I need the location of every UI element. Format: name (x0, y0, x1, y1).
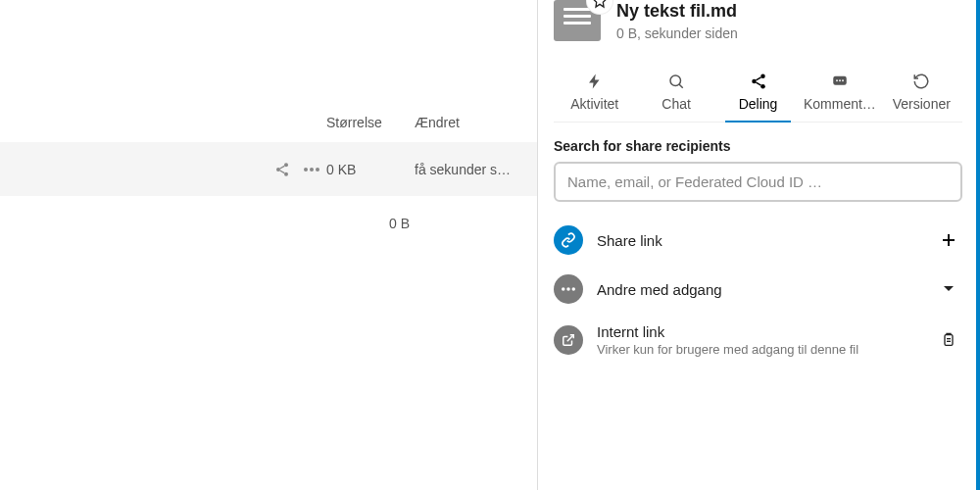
file-title: Ny tekst fil.md (616, 1, 962, 22)
svg-point-20 (572, 287, 576, 291)
header-size[interactable]: Størrelse (326, 115, 415, 130)
share-icon (750, 73, 767, 90)
file-subtitle: 0 B, sekunder siden (616, 25, 962, 41)
link-icon (554, 225, 583, 255)
svg-point-9 (760, 74, 765, 79)
lightning-icon (586, 73, 604, 90)
file-list-headers: Størrelse Ændret (0, 103, 537, 142)
copy-internal-link-button[interactable] (935, 326, 962, 354)
svg-rect-22 (945, 335, 953, 346)
svg-line-8 (679, 84, 683, 88)
svg-point-3 (304, 168, 308, 172)
detail-tabs: Aktivitet Chat Deling Komment… Versioner (554, 65, 962, 122)
tab-versions[interactable]: Versioner (881, 65, 962, 122)
svg-point-10 (752, 79, 757, 84)
svg-point-4 (310, 168, 314, 172)
svg-point-18 (562, 287, 565, 291)
svg-point-14 (839, 79, 841, 81)
tab-comments[interactable]: Komment… (799, 65, 880, 122)
detail-header: Ny tekst fil.md 0 B, sekunder siden (554, 0, 962, 51)
share-icon[interactable] (268, 162, 297, 177)
file-list-summary: 0 B (0, 196, 537, 231)
svg-point-13 (836, 79, 838, 81)
tab-label: Chat (637, 96, 714, 112)
tab-label: Aktivitet (556, 96, 633, 112)
add-share-link-button[interactable] (935, 226, 962, 254)
share-list: Share link Andre med adgang Internt link (554, 216, 962, 367)
scrollbar[interactable] (976, 0, 980, 490)
svg-line-21 (567, 335, 573, 341)
tab-sharing[interactable]: Deling (717, 65, 799, 122)
svg-point-7 (670, 75, 681, 86)
others-with-access-label: Andre med adgang (597, 281, 921, 298)
file-type-icon (554, 0, 601, 41)
share-search-label: Search for share recipients (554, 138, 962, 154)
external-link-icon (554, 325, 583, 355)
file-list-pane: Størrelse Ændret 0 KB få sekunder si… 0 … (0, 0, 537, 490)
tab-label: Komment… (801, 96, 878, 112)
file-row[interactable]: 0 KB få sekunder si… (0, 142, 537, 196)
svg-point-19 (566, 287, 570, 291)
tab-label: Deling (719, 96, 797, 112)
share-search-input[interactable] (554, 162, 962, 202)
expand-others-button[interactable] (935, 275, 962, 303)
file-modified: få sekunder si… (415, 162, 513, 177)
internal-link-subtitle: Virker kun for brugere med adgang til de… (597, 342, 921, 357)
more-icon[interactable] (297, 168, 326, 172)
share-link-label: Share link (597, 232, 921, 249)
history-icon (912, 73, 930, 90)
comment-icon (831, 73, 849, 90)
file-size: 0 KB (326, 162, 415, 177)
svg-point-0 (284, 163, 288, 167)
share-link-row[interactable]: Share link (554, 216, 962, 265)
others-with-access-row[interactable]: Andre med adgang (554, 265, 962, 314)
svg-point-5 (316, 168, 319, 172)
search-icon (667, 73, 685, 90)
more-icon (554, 274, 583, 304)
header-modified[interactable]: Ændret (415, 115, 513, 130)
internal-link-row: Internt link Virker kun for brugere med … (554, 314, 962, 367)
tab-chat[interactable]: Chat (635, 65, 716, 122)
svg-point-15 (842, 79, 844, 81)
details-pane: Ny tekst fil.md 0 B, sekunder siden Akti… (537, 0, 978, 490)
svg-point-11 (760, 84, 765, 89)
svg-point-2 (284, 172, 288, 175)
svg-point-1 (276, 168, 280, 172)
tab-label: Versioner (883, 96, 960, 112)
svg-marker-6 (593, 0, 606, 7)
internal-link-title: Internt link (597, 323, 921, 340)
tab-activity[interactable]: Aktivitet (554, 65, 635, 122)
